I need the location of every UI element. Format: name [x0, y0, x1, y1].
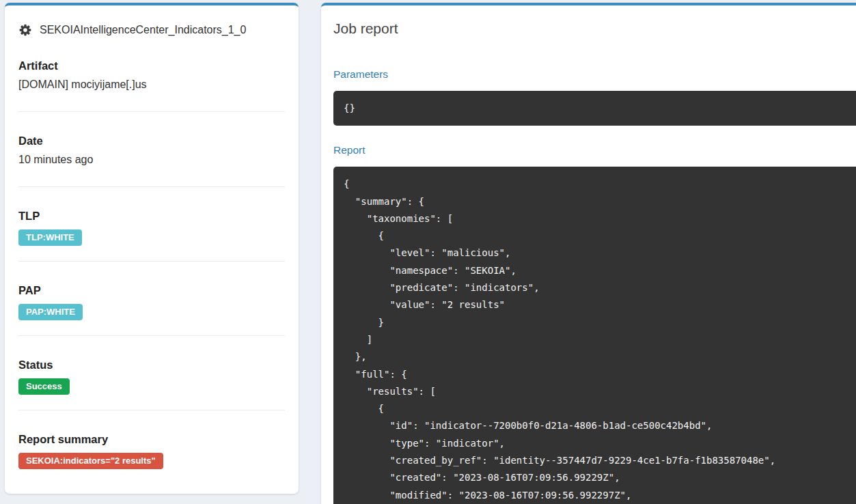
report-summary-label: Report summary: [18, 432, 285, 447]
section-report-summary: Report summary SEKOIA:indicators="2 resu…: [18, 410, 285, 484]
page-title: Job report: [333, 20, 856, 37]
parameters-link[interactable]: Parameters: [333, 68, 856, 81]
date-label: Date: [18, 134, 285, 148]
artifact-value: [DOMAIN] mociyijame[.]us: [18, 78, 285, 92]
pap-badge: PAP:WHITE: [18, 304, 83, 320]
section-tlp: TLP TLP:WHITE: [18, 187, 285, 262]
status-badge: Success: [18, 378, 70, 395]
analyzer-title-row: SEKOIAIntelligenceCenter_Indicators_1_0: [18, 23, 285, 37]
report-summary-badge: SEKOIA:indicators="2 results": [18, 453, 163, 469]
analyzer-job-card: SEKOIAIntelligenceCenter_Indicators_1_0 …: [5, 3, 299, 494]
report-link[interactable]: Report: [333, 143, 856, 156]
section-artifact: Artifact [DOMAIN] mociyijame[.]us: [18, 37, 285, 112]
job-report-card: Job report Parameters {} Report { "summa…: [321, 3, 856, 504]
tlp-badge: TLP:WHITE: [18, 229, 82, 246]
section-pap: PAP PAP:WHITE: [18, 262, 285, 336]
date-value: 10 minutes ago: [18, 153, 285, 167]
artifact-label: Artifact: [18, 59, 285, 73]
gear-icon: [18, 23, 32, 37]
status-label: Status: [18, 358, 285, 372]
parameters-code-block: {}: [333, 91, 856, 126]
section-date: Date 10 minutes ago: [18, 112, 285, 187]
analyzer-name: SEKOIAIntelligenceCenter_Indicators_1_0: [40, 24, 246, 36]
report-code-block: { "summary": { "taxonomies": [ { "level"…: [333, 167, 856, 504]
tlp-label: TLP: [18, 209, 285, 223]
section-status: Status Success: [18, 336, 285, 410]
pap-label: PAP: [18, 283, 285, 298]
